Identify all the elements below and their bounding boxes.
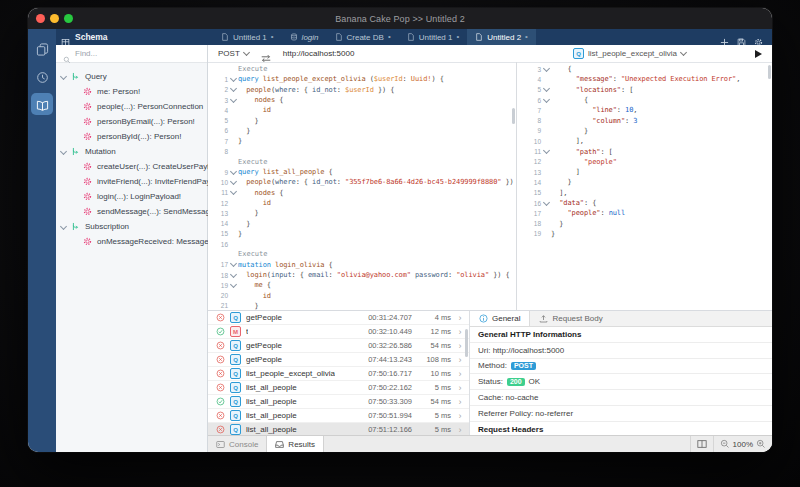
fold-chevron-icon[interactable] <box>228 284 238 287</box>
code-line[interactable]: 10 people(where: { id_not: "355f7be6-8a6… <box>208 177 516 187</box>
fold-chevron-icon[interactable] <box>228 99 238 102</box>
editor-tab[interactable]: login <box>282 29 327 45</box>
editor-tab[interactable]: Untitled 1• <box>399 29 468 45</box>
code-line[interactable]: 2 people(where: { id_not: $userId }) { <box>208 85 516 95</box>
fold-chevron-icon[interactable] <box>228 274 238 277</box>
history-row[interactable]: Mt00:32:10.44912 ms› <box>208 325 469 339</box>
fold-chevron-icon[interactable] <box>541 68 551 71</box>
schema-tree-field[interactable]: personByEmail(...): Person! <box>56 114 207 129</box>
editor-scrollbar[interactable] <box>512 108 515 124</box>
fold-chevron-icon[interactable] <box>228 263 238 266</box>
code-line[interactable]: 11 nodes { <box>208 188 516 198</box>
code-line[interactable]: 14 } <box>208 218 516 228</box>
response-viewer[interactable]: 3 {4 "message": "Unexpected Execution Er… <box>517 62 772 310</box>
code-line[interactable]: 8 <box>208 146 516 156</box>
code-line[interactable]: 20 id <box>208 291 516 301</box>
tab-general[interactable]: General <box>470 311 530 326</box>
schema-tree-group[interactable]: Subscription <box>56 219 207 234</box>
code-line[interactable]: 14 } <box>517 177 772 187</box>
rail-item-schema-reference[interactable] <box>31 93 53 115</box>
code-line[interactable]: 12 "people" <box>517 157 772 167</box>
code-line[interactable]: 5 } <box>208 115 516 125</box>
fold-chevron-icon[interactable] <box>541 99 551 102</box>
zoom-in-icon[interactable] <box>756 439 766 449</box>
fold-chevron-icon[interactable] <box>541 150 551 153</box>
code-line[interactable]: 13 } <box>208 208 516 218</box>
endpoint-url[interactable]: http://localhost:5000 <box>283 49 355 58</box>
code-line[interactable]: 16 "data": { <box>517 198 772 208</box>
query-editor[interactable]: Execute1query list_people_except_olivia … <box>208 62 517 310</box>
schema-tree-field[interactable]: createUser(...): CreateUserPayload! <box>56 159 207 174</box>
gear-icon[interactable] <box>754 33 763 42</box>
history-row[interactable]: QgetPeople00:31:24.7074 ms› <box>208 311 469 325</box>
code-line[interactable]: 15 ], <box>517 188 772 198</box>
code-line[interactable]: 12 id <box>208 198 516 208</box>
schema-tree-field[interactable]: login(...): LoginPayload! <box>56 189 207 204</box>
schema-tree-group[interactable]: Query <box>56 69 207 84</box>
execute-lens[interactable]: Execute <box>238 158 268 166</box>
code-line[interactable]: 11 "path": [ <box>517 146 772 156</box>
code-line[interactable]: 10 ], <box>517 136 772 146</box>
history-scrollbar[interactable] <box>465 329 468 357</box>
schema-tree-field[interactable]: inviteFriend(...): InviteFriendPayload! <box>56 174 207 189</box>
panel-layout-button[interactable] <box>690 436 713 452</box>
code-line[interactable]: 15} <box>208 229 516 239</box>
editor-tab[interactable]: Create DB• <box>327 29 399 45</box>
response-scrollbar[interactable] <box>768 65 771 79</box>
code-line[interactable]: 21 } <box>208 301 516 310</box>
fold-chevron-icon[interactable] <box>541 202 551 205</box>
history-row[interactable]: QgetPeople07:44:13.243108 ms› <box>208 353 469 367</box>
eye-icon[interactable] <box>715 48 726 59</box>
http-method-dropdown[interactable]: POST <box>218 49 249 58</box>
code-line[interactable]: 16 <box>208 239 516 249</box>
editor-tab[interactable]: Untitled 1• <box>213 29 282 45</box>
code-line[interactable]: 19 me { <box>208 280 516 290</box>
code-line[interactable]: 6 { <box>517 95 772 105</box>
code-line[interactable]: 7} <box>208 136 516 146</box>
save-icon[interactable] <box>737 33 746 42</box>
swap-arrows-icon[interactable] <box>260 49 272 58</box>
code-line[interactable]: 7 "line": 10, <box>517 105 772 115</box>
fold-chevron-icon[interactable] <box>228 88 238 91</box>
code-line[interactable]: 8 "column": 3 <box>517 115 772 125</box>
schema-tree-field[interactable]: me: Person! <box>56 84 207 99</box>
rail-item-history[interactable] <box>31 65 53 87</box>
history-row[interactable]: Qlist_all_people07:50:51.9945 ms› <box>208 409 469 423</box>
tab-results[interactable]: Results <box>266 436 324 452</box>
code-line[interactable]: 6 } <box>208 126 516 136</box>
fold-chevron-icon[interactable] <box>228 191 238 194</box>
schema-tree-group[interactable]: Mutation <box>56 144 207 159</box>
code-line[interactable]: 18 login(input: { email: "olivia@yahoo.c… <box>208 270 516 280</box>
code-line[interactable]: 17 "people": null <box>517 208 772 218</box>
code-line[interactable]: 4 id <box>208 105 516 115</box>
code-line[interactable]: 9query list_all_people { <box>208 167 516 177</box>
code-line[interactable]: 17mutation login_olivia { <box>208 260 516 270</box>
execute-lens[interactable]: Execute <box>238 250 268 258</box>
code-line[interactable]: 4 "message": "Unexpected Execution Error… <box>517 74 772 84</box>
code-line[interactable]: 18 } <box>517 218 772 228</box>
lens-line[interactable]: Execute <box>208 64 516 74</box>
fold-chevron-icon[interactable] <box>228 171 238 174</box>
code-line[interactable]: 9 } <box>517 126 772 136</box>
lens-line[interactable]: Execute <box>208 249 516 259</box>
sliders-icon[interactable] <box>695 48 706 59</box>
code-line[interactable]: 3 { <box>517 64 772 74</box>
code-line[interactable]: 13 ] <box>517 167 772 177</box>
code-line[interactable]: 5 "locations": [ <box>517 85 772 95</box>
history-row[interactable]: Qlist_all_people07:50:22.1625 ms› <box>208 381 469 395</box>
schema-find-box[interactable]: Find... <box>56 45 207 63</box>
execute-lens[interactable]: Execute <box>238 65 268 73</box>
history-row[interactable]: QgetPeople00:32:26.58654 ms› <box>208 339 469 353</box>
schema-tree-field[interactable]: sendMessage(...): SendMessagePayload! <box>56 204 207 219</box>
history-row[interactable]: Qlist_all_people07:50:33.30954 ms› <box>208 395 469 409</box>
play-icon[interactable] <box>755 50 762 58</box>
code-line[interactable]: 3 nodes { <box>208 95 516 105</box>
tab-console[interactable]: Console <box>208 436 266 452</box>
code-line[interactable]: 1query list_people_except_olivia ($userI… <box>208 74 516 84</box>
plus-icon[interactable] <box>720 33 729 42</box>
schema-tree-field[interactable]: people(...): PersonConnection <box>56 99 207 114</box>
zoom-out-icon[interactable] <box>720 439 730 449</box>
fold-chevron-icon[interactable] <box>228 78 238 81</box>
refresh-icon[interactable] <box>735 48 746 59</box>
schema-tree-field[interactable]: personById(...): Person! <box>56 129 207 144</box>
